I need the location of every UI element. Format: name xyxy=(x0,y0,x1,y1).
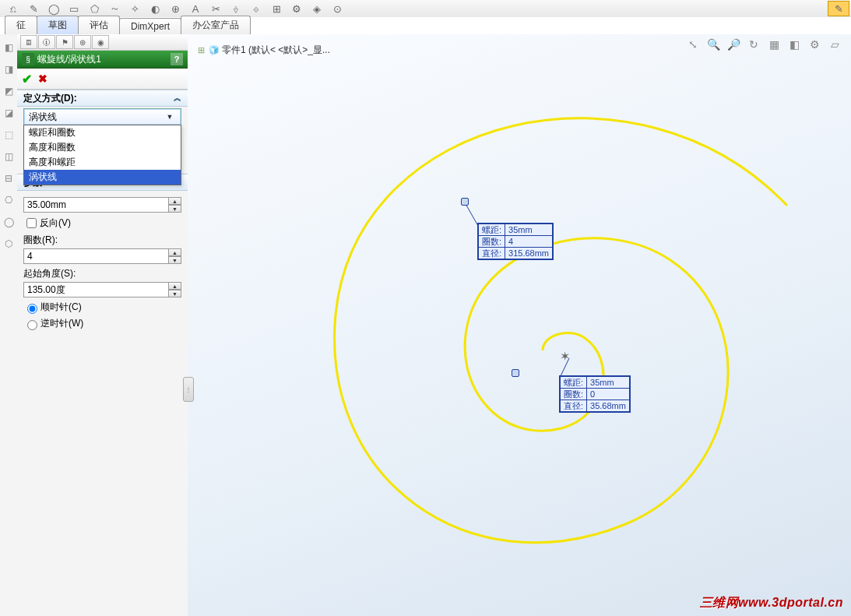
define-section-header[interactable]: 定义方式(D): ︽ xyxy=(17,90,188,107)
dropdown-selected: 涡状线 xyxy=(29,111,57,124)
define-by-dropdown-list: 螺距和圈数 高度和圈数 高度和螺距 涡状线 xyxy=(23,125,181,185)
spiral-geometry xyxy=(188,34,851,616)
tab-dimxpert[interactable]: DimXpert xyxy=(119,18,181,34)
toolbar-icon[interactable]: ◈ xyxy=(308,2,325,16)
property-manager-panel: 🗏 🛈 ⚑ ⊕ ◉ § 螺旋线/涡状线1 ? ✔ ✖ 定义方式(D): ︽ 涡状… xyxy=(17,34,188,616)
watermark-cn: 三维网 xyxy=(700,596,739,609)
panel-tab-property-icon[interactable]: 🛈 xyxy=(38,35,55,49)
watermark: 三维网www.3dportal.cn xyxy=(700,595,843,611)
spin-down-icon[interactable]: ▼ xyxy=(169,290,181,297)
callout-key: 圈数: xyxy=(561,389,587,400)
toolbar-icon[interactable]: ⬠ xyxy=(86,2,103,16)
panel-tab-display-icon[interactable]: ◉ xyxy=(92,35,109,49)
toolbar-icon[interactable]: ✂ xyxy=(207,2,224,16)
revolutions-spinner[interactable]: ▲▼ xyxy=(23,248,181,264)
cw-label: 顺时针(C) xyxy=(40,301,82,314)
toolbar-icon[interactable]: ⊞ xyxy=(268,2,285,16)
toolbar-icon[interactable]: ⎀ xyxy=(227,2,244,16)
collapse-icon: ︽ xyxy=(174,93,181,104)
strip-icon[interactable]: ⬡ xyxy=(2,235,16,252)
strip-icon[interactable]: ⎔ xyxy=(2,192,16,209)
toolbar-icon[interactable]: ▭ xyxy=(65,2,83,16)
callout-key: 直径: xyxy=(479,248,505,259)
define-by-dropdown[interactable]: 涡状线 ▼ xyxy=(23,108,181,125)
spiral-callout-inner[interactable]: 螺距:35mm 圈数:0 直径:35.68mm xyxy=(559,375,631,413)
graphics-viewport[interactable]: ⋮ ⊞ 🧊 零件1 (默认< <默认>_显... ⤡ 🔍 🔎 ↻ ▦ ◧ ⚙ ▱… xyxy=(188,34,851,616)
panel-tab-feature-icon[interactable]: 🗏 xyxy=(20,35,37,49)
ccw-label: 逆时针(W) xyxy=(40,317,83,330)
panel-tab-config-icon[interactable]: ⚑ xyxy=(56,35,73,49)
pitch-spinner[interactable]: ▲▼ xyxy=(23,197,181,213)
cancel-button[interactable]: ✖ xyxy=(38,72,47,85)
callout-val: 4 xyxy=(505,236,553,248)
start-angle-input[interactable] xyxy=(23,282,169,297)
spin-up-icon[interactable]: ▲ xyxy=(169,248,181,256)
spiral-callout-outer[interactable]: 螺距:35mm 圈数:4 直径:315.68mm xyxy=(477,223,554,260)
start-angle-label: 起始角度(S): xyxy=(23,267,181,280)
toolbar-icon[interactable]: ✧ xyxy=(126,2,143,16)
tab-office[interactable]: 办公室产品 xyxy=(181,16,251,34)
tab-evaluate[interactable]: 评估 xyxy=(78,16,120,34)
ccw-radio[interactable] xyxy=(27,320,37,330)
spin-up-icon[interactable]: ▲ xyxy=(169,282,181,290)
strip-icon[interactable]: ⬚ xyxy=(2,126,16,143)
spin-up-icon[interactable]: ▲ xyxy=(169,197,181,205)
strip-icon[interactable]: ◫ xyxy=(2,148,16,165)
spiral-endpoint-inner[interactable] xyxy=(512,369,519,377)
svg-line-0 xyxy=(465,202,478,226)
toolbar-icon[interactable]: ⚙ xyxy=(288,2,305,16)
start-angle-spinner[interactable]: ▲▼ xyxy=(23,282,181,297)
callout-val: 315.68mm xyxy=(505,248,553,259)
strip-icon[interactable]: ◯ xyxy=(2,213,16,231)
toolbar-icon[interactable]: ⊙ xyxy=(329,2,346,16)
toolbar-icon[interactable]: ⎌ xyxy=(5,2,22,16)
help-button[interactable]: ? xyxy=(171,53,183,65)
spiral-endpoint-outer[interactable] xyxy=(461,198,469,206)
toolbar-icon[interactable]: ⊕ xyxy=(167,2,184,16)
chevron-down-icon: ▼ xyxy=(164,113,176,121)
ok-button[interactable]: ✔ xyxy=(22,72,32,86)
strip-icon[interactable]: ◧ xyxy=(2,39,16,56)
toolbar-icon[interactable]: ⟐ xyxy=(248,2,265,16)
dropdown-option[interactable]: 高度和螺距 xyxy=(24,155,181,170)
revolutions-input[interactable] xyxy=(23,248,169,264)
define-label: 定义方式(D): xyxy=(23,92,77,105)
dropdown-option[interactable]: 螺距和圈数 xyxy=(24,125,181,140)
tab-feature[interactable]: 征 xyxy=(5,16,37,34)
callout-key: 螺距: xyxy=(479,224,505,236)
revolutions-label: 圈数(R): xyxy=(23,234,181,247)
command-tabs: 征 草图 评估 DimXpert 办公室产品 xyxy=(0,17,851,35)
helix-icon: § xyxy=(22,53,34,65)
toolbar-icon[interactable]: A xyxy=(187,2,204,16)
origin-marker[interactable]: ✶ xyxy=(560,349,570,364)
confirm-bar: ✔ ✖ xyxy=(17,69,188,90)
callout-val: 0 xyxy=(587,389,630,400)
toolbar-icon[interactable]: ✎ xyxy=(828,1,849,16)
watermark-url: www.3dportal.cn xyxy=(738,596,843,609)
strip-icon[interactable]: ◪ xyxy=(2,104,16,121)
toolbar-icon[interactable]: ～ xyxy=(106,2,123,16)
reverse-label: 反向(V) xyxy=(40,216,71,230)
panel-tabbar: 🗏 🛈 ⚑ ⊕ ◉ xyxy=(17,34,188,51)
spin-down-icon[interactable]: ▼ xyxy=(169,205,181,213)
reverse-checkbox[interactable] xyxy=(26,218,37,228)
panel-tab-dimxpert-icon[interactable]: ⊕ xyxy=(74,35,91,49)
callout-key: 螺距: xyxy=(561,377,587,389)
dropdown-option-selected[interactable]: 涡状线 xyxy=(24,170,181,185)
spin-down-icon[interactable]: ▼ xyxy=(169,256,181,264)
pitch-input[interactable] xyxy=(23,197,169,213)
callout-val: 35mm xyxy=(587,377,630,389)
toolbar-icon[interactable]: ◯ xyxy=(45,2,62,16)
tab-sketch[interactable]: 草图 xyxy=(37,16,79,35)
toolbar-icon[interactable]: ◐ xyxy=(146,2,164,16)
strip-icon[interactable]: ◨ xyxy=(2,61,16,78)
dropdown-option[interactable]: 高度和圈数 xyxy=(24,140,181,155)
main-toolbar: ⎌ ✎ ◯ ▭ ⬠ ～ ✧ ◐ ⊕ A ✂ ⎀ ⟐ ⊞ ⚙ ◈ ⊙ ✎ xyxy=(0,0,851,18)
feature-title-bar: § 螺旋线/涡状线1 ? xyxy=(17,51,188,69)
cw-radio[interactable] xyxy=(27,304,37,314)
strip-icon[interactable]: ◩ xyxy=(2,83,16,100)
toolbar-icon[interactable]: ✎ xyxy=(25,2,42,16)
callout-key: 直径: xyxy=(561,400,587,412)
strip-icon[interactable]: ⊟ xyxy=(2,170,16,187)
feature-title: 螺旋线/涡状线1 xyxy=(37,53,101,66)
